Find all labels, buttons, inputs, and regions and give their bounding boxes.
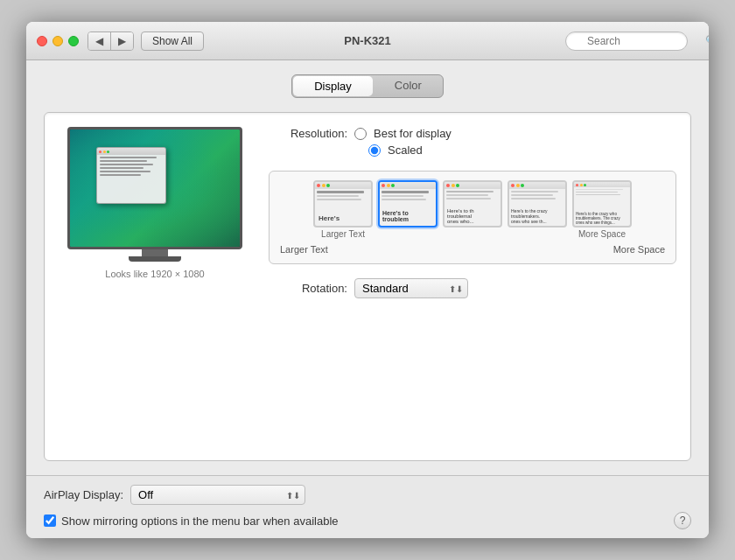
- radio-scaled[interactable]: [368, 144, 381, 157]
- thumb-item-5[interactable]: Here's to the crazy whotroublemakers. Th…: [572, 180, 632, 239]
- radio-best-for-display[interactable]: [354, 128, 367, 140]
- larger-text-label: Larger Text: [280, 244, 328, 255]
- thumb-item-4[interactable]: Here's to the crazytroublemakers.ones wh…: [508, 180, 567, 239]
- search-icon: 🔍: [705, 35, 709, 46]
- mirroring-label: Show mirroring options in the menu bar w…: [61, 514, 339, 528]
- minimize-button[interactable]: [52, 36, 63, 46]
- thumb-frame-5: Here's to the crazy whotroublemakers. Th…: [572, 180, 632, 228]
- back-button[interactable]: ◀: [88, 32, 111, 50]
- scaled-label: Scaled: [388, 144, 423, 157]
- rotation-row: Rotation: Standard 90° 180° 270° ⬆⬇: [269, 278, 676, 298]
- thumb-frame-1: Here's: [313, 180, 373, 228]
- resolution-row: Resolution: Best for display Scaled: [269, 127, 676, 157]
- best-for-display-label: Best for display: [374, 127, 452, 140]
- tab-color[interactable]: Color: [374, 75, 443, 97]
- checkbox-row: Show mirroring options in the menu bar w…: [44, 514, 339, 528]
- thumb-label-5: More Space: [578, 229, 626, 239]
- monitor-base: [129, 256, 181, 262]
- thumb-frame-4: Here's to the crazytroublemakers.ones wh…: [508, 180, 567, 228]
- monitor-frame: [67, 127, 242, 249]
- airplay-label: AirPlay Display:: [44, 488, 123, 501]
- nav-buttons: ◀ ▶: [88, 32, 134, 51]
- bottom-area: AirPlay Display: Off ⬆⬇ Show mirroring o…: [26, 475, 709, 538]
- bottom-row-content: Show mirroring options in the menu bar w…: [44, 512, 691, 529]
- thumb-item-3[interactable]: Here's to thtroublemalones who...: [443, 180, 502, 239]
- mirroring-checkbox[interactable]: [44, 514, 56, 527]
- resolution-label: Resolution:: [269, 127, 347, 140]
- content-area: Display Color: [26, 60, 709, 475]
- tab-display[interactable]: Display: [293, 76, 373, 96]
- settings-panel: Resolution: Best for display Scaled: [269, 127, 676, 446]
- mini-window-bar: [97, 148, 165, 155]
- title-bar: ◀ ▶ Show All PN-K321 🔍: [26, 22, 709, 60]
- more-space-label: More Space: [613, 244, 665, 255]
- monitor-screen: [70, 130, 240, 247]
- close-button[interactable]: [37, 36, 47, 46]
- tab-container: Display Color: [291, 74, 444, 98]
- main-panel: Looks like 1920 × 1080 Resolution: Best …: [44, 112, 691, 461]
- resolution-option-scaled: Scaled: [368, 144, 676, 157]
- mini-minimize: [103, 150, 106, 153]
- monitor-looks-like: Looks like 1920 × 1080: [105, 269, 204, 279]
- rotation-select[interactable]: Standard 90° 180° 270°: [354, 278, 468, 298]
- window-title: PN-K321: [344, 34, 390, 47]
- thumb-label-1: Larger Text: [321, 229, 365, 239]
- thumb-frame-2: Here's totroublem: [378, 180, 438, 228]
- main-window: ◀ ▶ Show All PN-K321 🔍 Display Color: [26, 22, 709, 538]
- mini-window: [96, 147, 166, 204]
- mini-content: [97, 155, 165, 179]
- search-input[interactable]: [565, 32, 688, 51]
- traffic-lights: [37, 36, 79, 46]
- monitor-preview: Looks like 1920 × 1080: [59, 127, 251, 446]
- maximize-button[interactable]: [68, 36, 79, 46]
- scaled-row-labels: Larger Text More Space: [278, 244, 667, 255]
- scaled-thumbnails: Here's Larger Text: [278, 180, 667, 239]
- airplay-select-wrapper: Off ⬆⬇: [130, 485, 305, 505]
- rotation-select-wrapper: Standard 90° 180° 270° ⬆⬇: [354, 278, 468, 298]
- mini-close: [99, 150, 102, 153]
- forward-button[interactable]: ▶: [111, 32, 133, 50]
- show-all-button[interactable]: Show All: [141, 32, 204, 51]
- mini-maximize: [107, 150, 109, 153]
- rotation-label: Rotation:: [269, 282, 347, 295]
- scaled-options: Here's Larger Text: [269, 171, 676, 264]
- tabs-row: Display Color: [44, 74, 691, 98]
- resolution-option-best: Resolution: Best for display: [269, 127, 676, 140]
- airplay-row: AirPlay Display: Off ⬆⬇: [44, 485, 691, 505]
- monitor-stand: [142, 249, 168, 256]
- thumb-item-2[interactable]: Here's totroublem: [378, 180, 438, 239]
- thumb-item-1[interactable]: Here's Larger Text: [313, 180, 373, 239]
- thumb-frame-3: Here's to thtroublemalones who...: [443, 180, 502, 228]
- help-button[interactable]: ?: [674, 512, 691, 529]
- airplay-select[interactable]: Off: [130, 485, 305, 505]
